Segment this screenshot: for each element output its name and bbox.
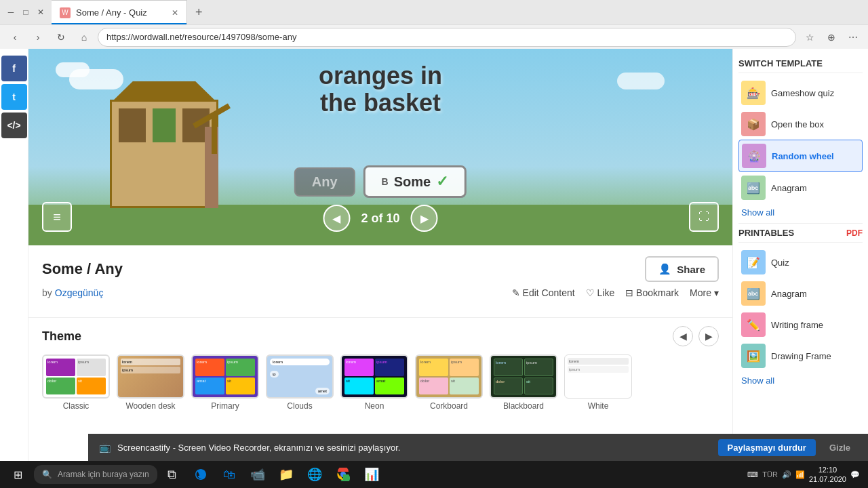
task-view-button[interactable]: ⧉: [159, 461, 186, 488]
forward-button[interactable]: ›: [28, 28, 47, 47]
next-button[interactable]: ▶: [411, 205, 438, 232]
game-title-line1: oranges in: [319, 62, 442, 89]
start-button[interactable]: ⊞: [3, 461, 33, 488]
bookmark-star-icon[interactable]: ☆: [800, 28, 819, 47]
theme-card-primary[interactable]: lorem ipsum amat sit Primary: [191, 354, 259, 411]
theme-next-button[interactable]: ▶: [698, 326, 719, 346]
sidebar-item-writing[interactable]: ✏️ Writing frame: [738, 309, 863, 340]
writing-icon: ✏️: [741, 312, 766, 337]
notification-center-icon[interactable]: 💬: [850, 470, 860, 479]
window-close-icon[interactable]: ✕: [35, 7, 46, 18]
taskbar-store-icon[interactable]: 🛍: [216, 461, 243, 488]
taskbar-browser-icon[interactable]: 🌐: [301, 461, 328, 488]
edit-content-button[interactable]: ✎ Edit Content: [512, 287, 575, 298]
address-bar[interactable]: https://wordwall.net/resource/1497098/so…: [98, 28, 796, 47]
fullscreen-button[interactable]: ⛶: [689, 202, 719, 232]
printables-label: PRINTABLES: [738, 228, 794, 238]
anagram-print-label: Anagram: [771, 289, 807, 299]
correct-checkmark: ✓: [436, 173, 448, 190]
drawing-label: Drawing Frame: [771, 351, 831, 361]
nav-bar: ‹ › ↻ ⌂ https://wordwall.net/resource/14…: [0, 24, 868, 49]
browser-menu-icon[interactable]: ⋯: [844, 28, 863, 47]
divider: [28, 317, 732, 318]
author-name[interactable]: Ozgegünüç: [55, 287, 104, 298]
theme-card-white[interactable]: lorem ipsum White: [564, 354, 632, 411]
more-button[interactable]: More ▾: [690, 287, 719, 298]
more-label: More: [690, 287, 711, 298]
refresh-button[interactable]: ↻: [52, 28, 71, 47]
anagram-label: Anagram: [771, 183, 807, 193]
taskbar-file-icon[interactable]: 📁: [273, 461, 300, 488]
twitter-share-button[interactable]: t: [1, 84, 27, 110]
theme-card-classic[interactable]: lorem ipsum dolor sit Classic: [42, 354, 110, 411]
network-icon[interactable]: 📶: [795, 470, 805, 479]
sidebar-item-anagram[interactable]: 🔤 Anagram: [738, 172, 863, 203]
quiz-title: Some / Any: [42, 260, 123, 278]
sidebar-item-anagram-print[interactable]: 🔤 Anagram: [738, 278, 863, 309]
window-controls: ─ □ ✕: [5, 7, 46, 18]
facebook-share-button[interactable]: f: [1, 56, 27, 81]
taskbar-clock[interactable]: 12:10 21.07.2020: [809, 465, 846, 485]
show-all-printables-link[interactable]: Show all: [738, 373, 863, 388]
sidebar-item-randomwheel[interactable]: 🎡 Random wheel: [738, 140, 863, 172]
active-tab[interactable]: W Some / Any - Quiz ✕: [52, 0, 187, 24]
notification-icon: 📺: [99, 442, 111, 453]
window-minimize-icon[interactable]: ─: [5, 7, 16, 18]
clock-time: 12:10: [809, 465, 846, 474]
openbox-label: Open the box: [771, 119, 824, 129]
writing-label: Writing frame: [771, 320, 823, 330]
sidebar-item-quiz-print[interactable]: 📝 Quiz: [738, 247, 863, 278]
sidebar-item-gameshow[interactable]: 🎰 Gameshow quiz: [738, 77, 863, 108]
system-icon-1: ⌨: [747, 470, 758, 479]
theme-prev-button[interactable]: ◀: [673, 326, 693, 346]
window-maximize-icon[interactable]: □: [20, 7, 31, 18]
new-tab-button[interactable]: +: [187, 5, 211, 20]
action-buttons: ✎ Edit Content ♡ Like ⊟ Bookmark More ▾: [512, 287, 719, 298]
theme-card-blackboard[interactable]: lorem ipsum dolor sit Blackboard: [490, 354, 557, 411]
author-info: by Ozgegünüç: [42, 287, 103, 298]
like-button[interactable]: ♡ Like: [586, 287, 615, 298]
theme-card-corkboard[interactable]: lorem ipsum dolor sit Corkboard: [415, 354, 483, 411]
share-label: Share: [677, 264, 705, 275]
sidebar-item-drawing[interactable]: 🖼️ Drawing Frame: [738, 340, 863, 371]
anagram-icon: 🔤: [741, 176, 766, 200]
taskbar-chrome-icon[interactable]: [330, 461, 357, 488]
bookmark-button[interactable]: ⊟ Bookmark: [625, 287, 679, 298]
randomwheel-icon: 🎡: [742, 144, 766, 168]
taskbar-zoom-icon[interactable]: 📹: [244, 461, 271, 488]
prev-button[interactable]: ◀: [323, 205, 350, 232]
tab-favicon: W: [60, 7, 71, 18]
taskbar-edge-icon[interactable]: [187, 461, 214, 488]
sidebar-item-openbox[interactable]: 📦 Open the box: [738, 108, 863, 140]
theme-card-wooden[interactable]: lorem ipsum Wooden desk: [117, 354, 184, 411]
theme-header: Theme ◀ ▶: [42, 326, 719, 346]
theme-wooden-label: Wooden desk: [117, 401, 184, 411]
theme-card-neon[interactable]: lorem ipsum sit amat Neon: [340, 354, 408, 411]
game-title-line2: the basket: [319, 89, 442, 117]
dismiss-notification-button[interactable]: Gizle: [823, 439, 857, 456]
extensions-icon[interactable]: ⊕: [822, 28, 841, 47]
taskbar-system-tray: ⌨ TÜR 🔊 📶 12:10 21.07.2020 💬: [747, 465, 865, 485]
theme-grid: lorem ipsum dolor sit Classic lorem ipsu…: [42, 354, 719, 411]
home-button[interactable]: ⌂: [75, 28, 94, 47]
stop-sharing-button[interactable]: Paylaşmayı durdur: [718, 439, 816, 456]
theme-card-clouds[interactable]: lorem ip amet Clouds: [266, 354, 334, 411]
tab-bar: W Some / Any - Quiz ✕ +: [52, 0, 211, 24]
game-menu-button[interactable]: ≡: [42, 202, 72, 232]
browser-toolbar-icons: ☆ ⊕ ⋯: [800, 28, 863, 47]
drawing-icon: 🖼️: [741, 344, 766, 368]
taskbar-powerpoint-icon[interactable]: 📊: [358, 461, 385, 488]
tab-close-button[interactable]: ✕: [172, 8, 178, 18]
taskbar-search[interactable]: 🔍 Aramak için buraya yazın: [34, 465, 157, 484]
share-button[interactable]: 👤 Share: [645, 256, 719, 282]
share-icon: 👤: [658, 263, 671, 275]
game-controls: ◀ 2 of 10 ▶: [323, 205, 437, 232]
show-all-templates-link[interactable]: Show all: [738, 205, 863, 220]
tab-title: Some / Any - Quiz: [76, 7, 147, 18]
clock-date: 21.07.2020: [809, 474, 846, 484]
embed-button[interactable]: </>: [1, 113, 27, 138]
volume-icon[interactable]: 🔊: [782, 470, 791, 479]
back-button[interactable]: ‹: [5, 28, 24, 47]
by-label: by: [42, 287, 52, 298]
theme-white-label: White: [564, 401, 632, 411]
